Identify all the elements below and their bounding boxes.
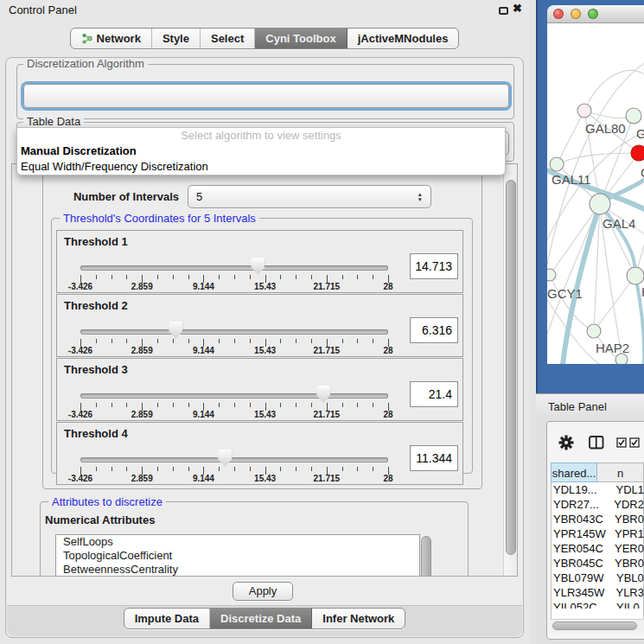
column-header-shared-name[interactable]: shared... (551, 462, 597, 482)
checkbox-checked-icon[interactable] (629, 437, 640, 448)
tab-discretize-data[interactable]: Discretize Data (210, 609, 312, 628)
columns-icon[interactable] (589, 436, 604, 450)
mac-minimize-button[interactable] (571, 9, 581, 19)
mac-close-button[interactable] (553, 9, 564, 19)
slider-track[interactable] (80, 457, 388, 462)
threshold-box-3: Threshold 3-3.4262.8599.14415.4321.71528… (56, 358, 463, 421)
network-node[interactable] (587, 324, 601, 338)
network-graph: GAL80GACGAL11GAL4GCY1HHAP2 (547, 23, 644, 364)
network-node[interactable] (627, 267, 644, 284)
table-row[interactable]: YDR27...YDR2 (551, 497, 644, 512)
mac-zoom-button[interactable] (588, 9, 598, 19)
tick-mark (173, 339, 174, 343)
table-cell: YPR145W (551, 526, 609, 541)
slider-thumb[interactable] (251, 258, 265, 275)
table-row[interactable]: YBL079WYBL0 (551, 571, 644, 585)
tick-mark (373, 275, 373, 279)
tick-label: -3.426 (68, 410, 92, 419)
threshold-value-field[interactable]: 11.344 (410, 445, 458, 471)
network-node[interactable] (577, 104, 591, 118)
slider-thumb[interactable] (169, 322, 182, 339)
tab-label: Discretize Data (220, 612, 301, 625)
tab-impute-data[interactable]: Impute Data (124, 609, 210, 628)
table-cell: YDR2 (609, 497, 644, 512)
window-title: Control Panel (9, 3, 77, 16)
tick-mark (373, 403, 373, 407)
table-cell: YBR043C (551, 512, 609, 526)
tick-label: 2.859 (131, 474, 153, 483)
tick-mark (342, 403, 343, 407)
tick-label: 9.144 (193, 410, 214, 419)
tick-label: -3.426 (68, 474, 92, 483)
network-node[interactable] (547, 269, 556, 281)
slider-thumb[interactable] (316, 386, 330, 403)
network-node[interactable] (590, 194, 610, 214)
algorithm-combo[interactable] (23, 84, 509, 108)
network-window: GAL80GACGAL11GAL4GCY1HHAP2 (547, 5, 644, 364)
table-row[interactable]: YER054CYER0 (551, 541, 644, 556)
threshold-value-field[interactable]: 21.4 (410, 381, 458, 407)
tab-style[interactable]: Style (152, 29, 201, 48)
table-row[interactable]: YIL052CYIL0 (551, 600, 644, 609)
table-cell: YIL0 (611, 600, 640, 609)
attribute-list-scrollbar[interactable] (421, 536, 431, 577)
table-hscrollbar-thumb[interactable] (552, 622, 637, 630)
network-node[interactable] (631, 145, 644, 161)
tab-select[interactable]: Select (201, 29, 255, 48)
tick-mark (157, 339, 158, 343)
panel-tabs: NetworkStyleSelectCyni ToolboxjActiveMNo… (70, 28, 460, 49)
tick-label: -3.426 (68, 282, 92, 291)
column-header-name[interactable]: n (597, 462, 644, 482)
tab-jactivemnodules[interactable]: jActiveMNodules (348, 29, 459, 48)
attribute-item-topologicalcoefficient[interactable]: TopologicalCoefficient (56, 549, 419, 563)
table-row[interactable]: YPR145WYPR1 (551, 526, 644, 541)
network-edge (594, 276, 635, 331)
slider-track[interactable] (80, 329, 388, 335)
attribute-list[interactable]: SelfLoopsTopologicalCoefficientBetweenne… (55, 534, 420, 577)
tab-cyni-toolbox[interactable]: Cyni Toolbox (255, 29, 347, 48)
tick-mark (112, 467, 112, 471)
table-cell: YER0 (609, 541, 644, 556)
attribute-item-selfloops[interactable]: SelfLoops (56, 535, 419, 549)
popup-option-manual[interactable]: Manual Discretization (17, 143, 505, 159)
network-node[interactable] (550, 157, 564, 171)
tab-label: Select (211, 32, 244, 45)
apply-button[interactable]: Apply (233, 582, 293, 601)
threshold-label: Threshold 2 (64, 299, 128, 312)
network-node[interactable] (626, 108, 641, 124)
tab-network[interactable]: Network (71, 29, 152, 48)
tick-label: 15.43 (254, 410, 276, 419)
float-window-icon[interactable] (499, 7, 508, 15)
num-intervals-value: 5 (196, 190, 202, 203)
threshold-value-field[interactable]: 6.316 (410, 317, 458, 343)
tick-mark (234, 275, 235, 279)
checkbox-checked-icon[interactable] (616, 437, 627, 448)
gear-icon[interactable] (558, 435, 574, 450)
table-row[interactable]: YDL19...YDL1 (551, 482, 644, 497)
num-intervals-combo[interactable]: 5 ▲▼ (188, 185, 431, 208)
close-icon[interactable]: ✖ (513, 2, 522, 15)
slider-track[interactable] (80, 393, 388, 399)
node-label: GA (636, 126, 644, 141)
popup-option-equal-width[interactable]: Equal Width/Frequency Discretization (17, 159, 505, 175)
table-row[interactable]: YBR043CYBR0 (551, 512, 644, 526)
table-row[interactable]: YLR345WYLR3 (551, 585, 644, 600)
tick-label: 28 (383, 410, 392, 419)
tick-label: 9.144 (193, 474, 214, 483)
slider-track[interactable] (80, 265, 388, 271)
viewport-scrollbar-thumb[interactable] (506, 180, 516, 555)
tick-label: 21.715 (314, 282, 341, 291)
num-intervals-label: Number of Intervals (67, 190, 179, 203)
tick-mark (342, 467, 343, 471)
threshold-value-field[interactable]: 14.713 (410, 253, 458, 279)
slider-thumb[interactable] (218, 450, 232, 467)
table-cell: YLR3 (610, 585, 644, 600)
tick-label: 21.715 (314, 474, 341, 483)
attribute-item-betweennesscentrality[interactable]: BetweennessCentrality (56, 563, 419, 577)
table-row[interactable]: YBR045CYBR0 (551, 556, 644, 571)
tab-infer-network[interactable]: Infer Network (312, 609, 405, 628)
network-window-titlebar (547, 5, 644, 23)
network-canvas[interactable]: GAL80GACGAL11GAL4GCY1HHAP2 (547, 23, 644, 364)
node-label: GAL11 (552, 172, 591, 187)
bottom-tabstrip: Impute DataDiscretize DataInfer Network (0, 608, 529, 629)
